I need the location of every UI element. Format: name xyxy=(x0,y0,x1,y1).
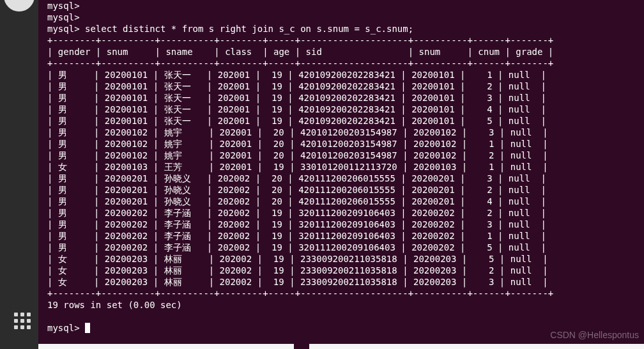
cursor xyxy=(85,323,90,333)
launcher-bar xyxy=(0,0,38,349)
launcher-partial-icon xyxy=(4,0,34,12)
terminal-output[interactable]: mysql> mysql> mysql> select distinct * f… xyxy=(0,0,644,334)
apps-grid-icon[interactable] xyxy=(14,313,31,329)
watermark-text: CSDN @Hellespontus xyxy=(550,330,639,340)
bottom-strip xyxy=(38,344,644,349)
